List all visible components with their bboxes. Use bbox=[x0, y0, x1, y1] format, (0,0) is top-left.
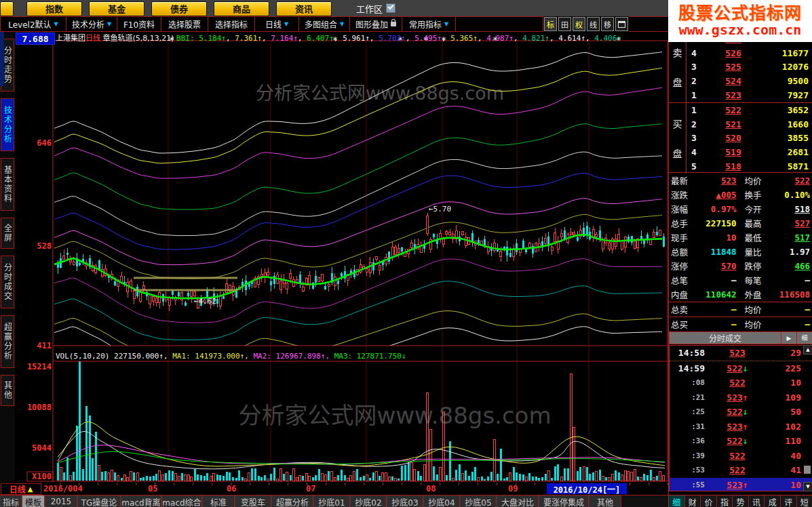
right-tab-价[interactable]: 价 bbox=[701, 495, 717, 507]
status-tab-抄底03[interactable]: 抄底03 bbox=[387, 495, 423, 507]
detail-button[interactable]: 细 bbox=[796, 332, 812, 344]
sidebar-tab-5[interactable]: 超赢分析 bbox=[1, 315, 14, 368]
tick-row-0[interactable]: 14:5852329 bbox=[670, 346, 812, 361]
menu-button-4[interactable]: 资讯 bbox=[276, 1, 332, 16]
sidebar-tab-2[interactable]: 基本资料 bbox=[1, 158, 14, 211]
logo-url: www.gszx.com.cn bbox=[679, 23, 802, 37]
right-tab-成[interactable]: 成 bbox=[765, 495, 781, 507]
status-tab-抄底05[interactable]: 抄底05 bbox=[460, 495, 497, 507]
mini-button-window[interactable] bbox=[615, 17, 628, 31]
level-price[interactable]: 519 bbox=[701, 147, 765, 157]
level-price[interactable]: 525 bbox=[701, 62, 765, 72]
right-bottom-tabs: 细财价指势讯成评短 bbox=[669, 495, 812, 507]
tick-row-6[interactable]: :36522↓110 bbox=[670, 434, 812, 449]
toolbar-item-6[interactable]: 多图组合▼ bbox=[299, 16, 350, 32]
status-tab-抄底02[interactable]: 抄底02 bbox=[350, 495, 387, 507]
tick-row-9[interactable]: :55523↑10 bbox=[670, 478, 812, 492]
level-price[interactable]: 526 bbox=[701, 48, 765, 58]
level-price[interactable]: 523 bbox=[701, 90, 765, 100]
status-tab-标准[interactable]: 标准 bbox=[202, 495, 235, 507]
up-arrow-icon: ↑ bbox=[743, 480, 748, 490]
tick-header: 分时成交 ▶ 细 bbox=[669, 331, 812, 344]
stat-row-10: 总买–均价– bbox=[669, 317, 812, 331]
mini-button-田[interactable]: 田 bbox=[558, 17, 571, 31]
level-price[interactable]: 518 bbox=[701, 161, 765, 171]
mini-button-移[interactable]: 移 bbox=[601, 17, 614, 31]
status-tab-要涨停集成[interactable]: 要涨停集成 bbox=[539, 495, 589, 507]
status-tab-指标[interactable]: 指标 bbox=[0, 495, 22, 507]
right-tab-短[interactable]: 短 bbox=[797, 495, 812, 507]
status-tab-大盘对比[interactable]: 大盘对比 bbox=[497, 495, 539, 507]
scroll-up-icon[interactable]: ▲ bbox=[803, 345, 812, 354]
right-tab-细[interactable]: 细 bbox=[669, 495, 685, 507]
price-volume-chart[interactable]: 分析家公式网www.88gs.com←5.70←4.62*******分析家公式… bbox=[15, 32, 668, 483]
menu-button-0[interactable]: 指数 bbox=[26, 1, 82, 16]
right-tab-势[interactable]: 势 bbox=[733, 495, 749, 507]
status-tab-抄底04[interactable]: 抄底04 bbox=[423, 495, 460, 507]
toolbar-item-7[interactable]: 图形叠加 bbox=[350, 16, 402, 32]
mini-button-标[interactable]: 标 bbox=[544, 17, 557, 31]
workspace-checkbox-icon[interactable] bbox=[386, 3, 395, 13]
toolbar-item-8[interactable]: 常用指标▼ bbox=[402, 16, 456, 32]
tick-row-2[interactable]: :0852210 bbox=[670, 376, 812, 390]
level-price[interactable]: 522 bbox=[701, 105, 765, 115]
status-tab-TG操盘论[interactable]: TG操盘论 bbox=[77, 495, 121, 507]
toolbar-item-label: 图形叠加 bbox=[355, 18, 388, 30]
sidebar-tab-4[interactable]: 分时成交 bbox=[1, 256, 14, 308]
tick-row-5[interactable]: :31523↑102 bbox=[670, 420, 812, 434]
level-price[interactable]: 521 bbox=[701, 119, 765, 129]
dropdown-arrow-icon[interactable]: ▼ bbox=[444, 21, 448, 27]
menu-button-partial[interactable] bbox=[0, 1, 14, 16]
toolbar-item-5[interactable]: 日线▼ bbox=[255, 16, 299, 32]
status-tab-模板[interactable]: 模板 bbox=[22, 495, 45, 507]
dropdown-arrow-icon[interactable]: ▼ bbox=[340, 21, 344, 27]
play-button[interactable]: ▶ bbox=[781, 332, 796, 344]
status-tab-变股车[interactable]: 变股车 bbox=[235, 495, 271, 507]
status-tab-macd背离[interactable]: macd背离 bbox=[121, 495, 161, 507]
right-tab-指[interactable]: 指 bbox=[717, 495, 733, 507]
sidebar-tab-1[interactable]: 技术分析 bbox=[1, 98, 14, 151]
sidebar-tab-6[interactable]: 其他 bbox=[1, 375, 14, 406]
tick-row-8[interactable]: :5352241 bbox=[670, 463, 812, 478]
toolbar-item-3[interactable]: 选择股票 bbox=[161, 16, 208, 32]
status-tab-2015[interactable]: 2015 bbox=[45, 495, 77, 507]
level-num: 2 bbox=[687, 76, 701, 86]
status-tab-超赢分析[interactable]: 超赢分析 bbox=[271, 495, 313, 507]
toolbar-item-0[interactable]: Level2默认▼ bbox=[0, 16, 66, 32]
dropdown-arrow-icon[interactable]: ▼ bbox=[54, 21, 58, 27]
toolbar-item-2[interactable]: F10资料 bbox=[117, 16, 161, 32]
tick-list[interactable]: 14:585232914:59522↓225:0852210:21523↑109… bbox=[669, 345, 812, 491]
status-tab-其他[interactable]: 其他 bbox=[589, 495, 621, 507]
right-tab-评[interactable]: 评 bbox=[781, 495, 797, 507]
right-tab-财[interactable]: 财 bbox=[685, 495, 701, 507]
down-arrow-icon: ↓ bbox=[743, 407, 748, 417]
tick-row-3[interactable]: :21523↑109 bbox=[670, 390, 812, 405]
level-price[interactable]: 520 bbox=[701, 133, 765, 143]
toolbar-item-4[interactable]: 选择指标 bbox=[208, 16, 255, 32]
tick-price: 522↓ bbox=[705, 363, 770, 373]
mini-button-权[interactable]: 权 bbox=[573, 17, 585, 31]
mini-button-线[interactable]: 线 bbox=[587, 17, 600, 31]
toolbar-item-label: 多图组合 bbox=[305, 18, 337, 30]
menu-button-2[interactable]: 债券 bbox=[151, 1, 207, 16]
period-box[interactable]: 日线 ▲ bbox=[1, 483, 41, 495]
tick-row-4[interactable]: :25522↓50 bbox=[670, 405, 812, 420]
sidebar-tab-3[interactable]: 全屏 bbox=[1, 218, 14, 249]
right-tab-讯[interactable]: 讯 bbox=[749, 495, 765, 507]
dropdown-arrow-icon[interactable]: ▼ bbox=[107, 21, 111, 27]
status-tab-抄底01[interactable]: 抄底01 bbox=[313, 495, 350, 507]
status-tab-macd综合[interactable]: macd综合 bbox=[161, 495, 202, 507]
tick-row-1[interactable]: 14:59522↓225 bbox=[670, 361, 812, 376]
tick-scrollbar[interactable]: ▲ ▼ bbox=[803, 345, 812, 491]
menu-button-3[interactable]: 商品 bbox=[214, 1, 269, 16]
toolbar-item-1[interactable]: 技术分析▼ bbox=[66, 16, 117, 32]
buy-row-522: 15223652 bbox=[687, 103, 812, 117]
scroll-thumb[interactable] bbox=[804, 466, 811, 474]
dropdown-arrow-icon[interactable]: ▼ bbox=[284, 21, 288, 27]
scroll-down-icon[interactable]: ▼ bbox=[803, 482, 812, 491]
level-volume: 3652 bbox=[765, 105, 812, 115]
level-price[interactable]: 524 bbox=[701, 76, 765, 86]
menu-button-1[interactable]: 基金 bbox=[89, 1, 144, 16]
tick-row-7[interactable]: :3952240 bbox=[670, 449, 812, 464]
tick-time: 14:59 bbox=[670, 363, 705, 373]
